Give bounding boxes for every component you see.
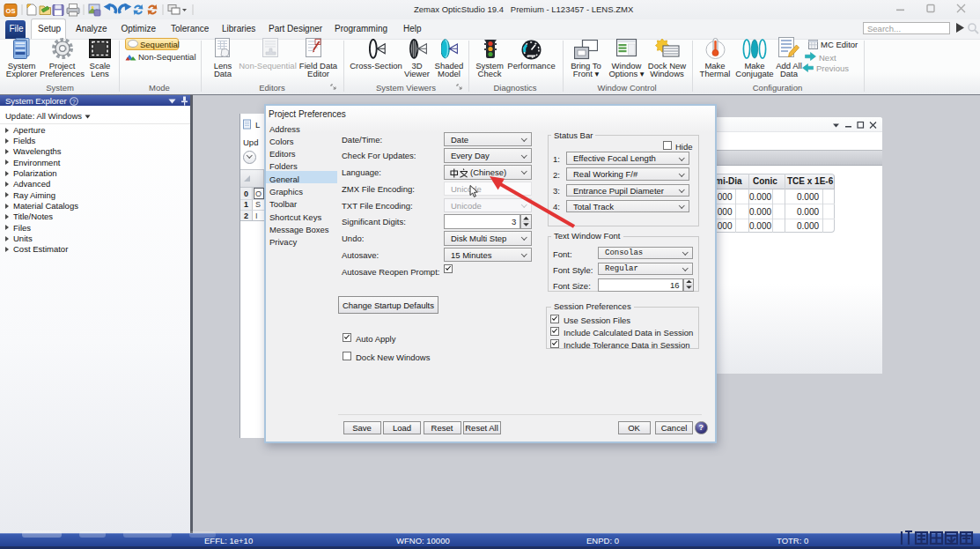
svg-text:?: ? [72, 98, 76, 104]
svg-text:OS: OS [6, 7, 16, 15]
